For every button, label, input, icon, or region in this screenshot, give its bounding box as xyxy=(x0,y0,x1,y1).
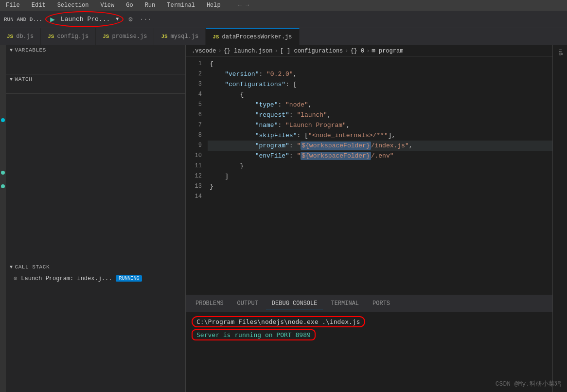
run-label: RUN AND D... xyxy=(4,17,42,22)
sidebar-content: ▼ VARIABLES ▼ WATCH ▼ CALL STACK xyxy=(6,45,185,392)
sidebar: ▼ VARIABLES ▼ WATCH ▼ CALL STACK xyxy=(6,45,186,392)
console-line-1: C:\Program Files\nodejs\node.exe .\index… xyxy=(192,316,547,327)
code-line-8: "skipFiles": ["<node_internals>/**"], xyxy=(208,130,552,141)
breadcrumb-launch: {} launch.json xyxy=(224,48,273,54)
forward-arrow[interactable]: → xyxy=(246,2,249,9)
tab-dataprocessworker-label: dataProcessWorker.js xyxy=(222,34,292,40)
more-icon[interactable]: ··· xyxy=(138,15,154,24)
variables-section: ▼ VARIABLES xyxy=(6,45,185,74)
breadcrumb-sep1: › xyxy=(218,48,221,54)
tabs-bar: JS db.js JS config.js JS promise.js JS m… xyxy=(0,28,567,45)
menu-terminal[interactable]: Terminal xyxy=(165,1,197,10)
menu-edit[interactable]: Edit xyxy=(30,1,48,10)
code-line-12: ] xyxy=(208,171,552,181)
code-line-5: "type": "node", xyxy=(208,100,552,110)
js-icon: JS xyxy=(213,34,219,40)
chevron-down-icon: ▼ xyxy=(10,48,13,53)
gn-button[interactable]: gn xyxy=(556,47,564,57)
right-panel: gn xyxy=(552,45,567,392)
breadcrumb-sep3: › xyxy=(345,48,348,54)
panel-tabs: PROBLEMS OUTPUT DEBUG CONSOLE TERMINAL P… xyxy=(186,295,552,312)
sidebar-spacer xyxy=(6,94,185,191)
code-line-13: } xyxy=(208,181,552,192)
variables-header[interactable]: ▼ VARIABLES xyxy=(6,45,185,55)
menu-view[interactable]: View xyxy=(98,1,116,10)
code-content[interactable]: { "version": "0.2.0", "configurations": … xyxy=(208,57,552,295)
tab-config-label: config.js xyxy=(57,33,89,40)
code-line-7: "name": "Launch Program", xyxy=(208,120,552,130)
gear-icon[interactable]: ⚙ xyxy=(126,14,134,24)
chevron-down-icon: ▼ xyxy=(10,77,13,82)
code-line-10: "envFile": "${workspaceFolder}/.env" xyxy=(208,151,552,161)
tab-dataprocessworker[interactable]: JS dataProcessWorker.js xyxy=(206,28,299,45)
variables-label: VARIABLES xyxy=(15,47,46,53)
tab-debug-console[interactable]: DEBUG CONSOLE xyxy=(266,298,323,309)
tab-terminal[interactable]: TERMINAL xyxy=(325,298,365,309)
breadcrumb-program: ⊞ program xyxy=(372,47,404,54)
js-icon: JS xyxy=(48,34,54,39)
tab-problems[interactable]: PROBLEMS xyxy=(190,298,230,309)
menu-go[interactable]: Go xyxy=(124,1,135,10)
code-line-4: { xyxy=(208,89,552,100)
running-badge: RUNNING xyxy=(116,275,142,282)
tab-db[interactable]: JS db.js xyxy=(0,28,41,45)
call-stack-label: CALL STACK xyxy=(15,264,50,270)
debug-toolbar: RUN AND D... ▶ Launch Pro... ▼ ⚙ ··· xyxy=(0,11,567,28)
watch-header[interactable]: ▼ WATCH xyxy=(6,74,185,84)
console-line-2: Server is running on PORT 8989 xyxy=(192,329,547,340)
breadcrumb-vscode: .vscode xyxy=(192,48,216,54)
code-line-3: "configurations": [ xyxy=(208,79,552,89)
code-line-11: } xyxy=(208,161,552,171)
play-icon[interactable]: ▶ xyxy=(50,15,55,24)
bottom-panel: PROBLEMS OUTPUT DEBUG CONSOLE TERMINAL P… xyxy=(186,295,552,392)
console-command-text: C:\Program Files\nodejs\node.exe .\index… xyxy=(196,318,360,325)
code-line-2: "version": "0.2.0", xyxy=(208,69,552,79)
main-area: ▼ VARIABLES ▼ WATCH ▼ CALL STACK xyxy=(0,45,567,392)
menu-file[interactable]: File xyxy=(4,1,22,10)
console-cmd: C:\Program Files\nodejs\node.exe .\index… xyxy=(192,316,365,327)
debug-indicator xyxy=(1,118,5,122)
call-stack-section: ▼ CALL STACK ⚙ Launch Program: index.j..… xyxy=(6,262,185,285)
menu-bar: File Edit Selection View Go Run Terminal… xyxy=(0,0,567,11)
launch-button-wrapper: ▶ Launch Pro... ▼ xyxy=(45,11,124,27)
tab-output[interactable]: OUTPUT xyxy=(231,298,264,309)
call-stack-item-label: Launch Program: index.j... xyxy=(21,275,112,282)
settings-icon: ⚙ xyxy=(14,275,17,282)
code-line-6: "request": "launch", xyxy=(208,110,552,120)
watch-label: WATCH xyxy=(15,76,33,82)
breadcrumb-configurations: [ ] configurations xyxy=(280,48,343,54)
watermark: CSDN @My.科研小菜鸡 xyxy=(496,379,561,388)
tab-db-label: db.js xyxy=(16,33,34,40)
chevron-down-icon: ▼ xyxy=(10,265,13,270)
tab-promise-label: promise.js xyxy=(112,33,147,40)
code-line-1: { xyxy=(208,59,552,69)
call-stack-header[interactable]: ▼ CALL STACK xyxy=(6,262,185,272)
code-editor: 1 2 3 4 5 6 7 8 9 10 11 12 13 14 { "vers… xyxy=(186,57,552,295)
menu-run[interactable]: Run xyxy=(143,1,158,10)
tab-ports[interactable]: PORTS xyxy=(367,298,396,309)
dropdown-arrow-icon[interactable]: ▼ xyxy=(116,17,119,22)
call-stack-item[interactable]: ⚙ Launch Program: index.j... RUNNING xyxy=(6,272,185,285)
tab-config[interactable]: JS config.js xyxy=(41,28,96,45)
code-line-14 xyxy=(208,192,552,202)
nav-arrows: ← → xyxy=(238,2,249,9)
editor-area: .vscode › {} launch.json › [ ] configura… xyxy=(186,45,552,392)
watch-section: ▼ WATCH xyxy=(6,74,185,94)
menu-help[interactable]: Help xyxy=(205,1,223,10)
js-icon: JS xyxy=(7,34,13,39)
console-output-text: Server is running on PORT 8989 xyxy=(192,329,316,340)
code-line-9: "program": "${workspaceFolder}/index.js"… xyxy=(208,141,552,151)
back-arrow[interactable]: ← xyxy=(238,2,242,9)
launch-button[interactable]: Launch Pro... xyxy=(57,14,114,25)
menu-selection[interactable]: Selection xyxy=(55,1,91,10)
indicator3 xyxy=(1,184,5,188)
breadcrumb-0: {} 0 xyxy=(350,48,364,54)
js-icon: JS xyxy=(161,34,167,39)
js-icon: JS xyxy=(103,34,109,39)
tab-promise[interactable]: JS promise.js xyxy=(96,28,154,45)
line-numbers: 1 2 3 4 5 6 7 8 9 10 11 12 13 14 xyxy=(186,57,208,295)
breadcrumb: .vscode › {} launch.json › [ ] configura… xyxy=(186,45,552,57)
tab-mysql[interactable]: JS mysql.js xyxy=(154,28,206,45)
breadcrumb-sep2: › xyxy=(274,48,278,54)
indicator2 xyxy=(1,171,5,175)
